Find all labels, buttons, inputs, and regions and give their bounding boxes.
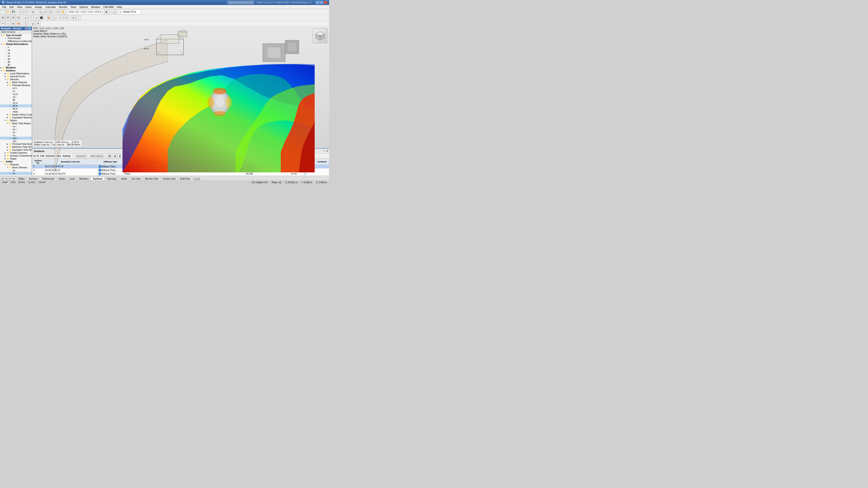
res-color-btn[interactable]: 🎨 <box>16 21 21 26</box>
nav-taumax[interactable]: ○ τmax <box>0 110 32 113</box>
nav-stresses[interactable]: ▼ 📁 Stresses <box>0 78 32 81</box>
maximize-button[interactable]: □ <box>320 1 323 4</box>
tab-nav-last[interactable]: ▶| <box>12 177 16 180</box>
search-box[interactable]: Type a keyword (Alt+Q) <box>227 1 254 4</box>
global-xyz-dropdown[interactable]: 1 - Global XYZ ▾ <box>119 10 141 14</box>
bottom-tab-member-sets[interactable]: Member Sets <box>143 177 160 180</box>
zoom-in[interactable]: 🔍 <box>38 9 43 14</box>
load-case-dropdown[interactable]: CO2: LC1 + LC2 + LC3 + LC4 ▾ <box>68 10 102 14</box>
nav-cube[interactable]: XYZ <box>313 29 327 43</box>
table-row[interactable]: 4 4-9,26,68,37-58,270 Without Thick... P… <box>32 172 329 175</box>
menu-view[interactable]: View <box>16 5 24 8</box>
zoom-out[interactable]: 🔎 <box>43 9 48 14</box>
max-values-btn[interactable]: ▲ <box>31 21 35 26</box>
calculate-btn[interactable]: ▶ <box>104 9 109 14</box>
grid-btn[interactable]: ⋮ <box>76 15 81 20</box>
nav-solid-sy[interactable]: ⊙ σy <box>0 172 32 175</box>
bottom-tab-nodes[interactable]: Nodes <box>57 177 67 180</box>
nav-solids[interactable]: ▼ 📁 Solids <box>0 160 32 163</box>
view-yz-btn[interactable]: YZ <box>16 15 21 20</box>
close-button[interactable]: ✕ <box>324 1 327 4</box>
nav-sigma1n[interactable]: ○ σ1,- <box>0 96 32 98</box>
open-button[interactable]: 📂 <box>6 9 11 14</box>
nav-phix[interactable]: ○ φx <box>0 57 32 60</box>
tab-nav-first[interactable]: |◀ <box>0 177 4 180</box>
nav-theta2m[interactable]: ○ θ2,m <box>0 107 32 110</box>
new-button[interactable]: 📄 <box>0 9 5 14</box>
bottom-tab-solids[interactable]: Solids <box>119 177 129 180</box>
bottom-tab-lines[interactable]: Lines <box>68 177 77 180</box>
nav-phiy[interactable]: ○ φy <box>0 60 32 63</box>
nav-differences[interactable]: ○ Differences to initial state <box>0 40 32 43</box>
display-solids-btn[interactable]: ⬛ <box>39 15 44 20</box>
display-lines-btn[interactable]: ╱ <box>29 15 33 20</box>
pan-btn[interactable]: ✋ <box>61 9 66 14</box>
nav-sigmap[interactable]: ○ σ+ <box>0 90 32 93</box>
nav-solid-sx[interactable]: ○ σx <box>0 169 32 172</box>
osnap-indicator[interactable]: OSNAP <box>37 181 47 184</box>
zoom-fit[interactable]: ⊡ <box>48 9 53 14</box>
nav-ux[interactable]: ○ ux <box>0 48 32 52</box>
res-stress-btn[interactable]: ◈ <box>11 21 16 26</box>
results-close-icon[interactable]: ✕ <box>327 150 328 152</box>
menu-options[interactable]: Options <box>78 5 89 8</box>
undo-button[interactable]: ↩ <box>18 9 23 14</box>
menu-tools[interactable]: Tools <box>69 5 78 8</box>
nav-shape[interactable]: ▶ 📁 Shape <box>0 157 32 160</box>
nav-u[interactable]: ○ u <box>0 46 32 48</box>
bottom-tab-members[interactable]: Members <box>77 177 91 180</box>
bottom-tab-openings[interactable]: Openings <box>105 177 119 180</box>
nav-sigma1m2[interactable]: ○ σ1,m <box>0 101 32 104</box>
nav-solids-stresses[interactable]: ▼ 📁 Stresses <box>0 163 32 166</box>
menu-cad-bim[interactable]: CAD-BIM <box>102 5 115 8</box>
nav-members[interactable]: ▶ 📁 Members <box>0 66 32 69</box>
nav-internal-forces[interactable]: ▶ 📁 Internal Forces <box>0 75 32 78</box>
nav-pin-button[interactable]: 📌 <box>25 27 28 30</box>
nav-local-deformations[interactable]: ▶ 📁 Local Deformations <box>0 72 32 75</box>
display-nodes-btn[interactable]: ● <box>23 15 28 20</box>
nav-uz[interactable]: ○ uz <box>0 55 32 57</box>
rotate-btn[interactable]: ↻ <box>55 9 60 14</box>
menu-file[interactable]: File <box>1 5 8 8</box>
nav-basic-stresses[interactable]: ▶ 📁 Basic Stresses <box>0 81 32 84</box>
menu-window[interactable]: Window <box>90 5 101 8</box>
grid-indicator[interactable]: GRID <box>9 181 17 184</box>
nav-elastic-stress[interactable]: ▶ 📁 Elastic Stress Components <box>0 113 32 116</box>
menu-edit[interactable]: Edit <box>8 5 15 8</box>
wireframe-btn[interactable]: ⬚ <box>51 15 56 20</box>
res-forces-btn[interactable]: ↕ <box>6 21 11 26</box>
nav-eps-xp[interactable]: ○ εx,+ <box>0 125 32 128</box>
nav-max-total-strains[interactable]: ▶ 📁 Maximum Total Strains <box>0 145 32 149</box>
min-values-btn[interactable]: ▼ <box>36 21 41 26</box>
nav-uy[interactable]: ○ uy <box>0 52 32 55</box>
res-deform-btn[interactable]: 〜 <box>0 21 5 26</box>
menu-help[interactable]: Help <box>116 5 123 8</box>
save-button[interactable]: 💾 <box>11 9 16 14</box>
nav-eps-yn[interactable]: ○ εy,- <box>0 134 32 137</box>
glines-indicator[interactable]: GLINES <box>27 181 37 184</box>
view-xz-btn[interactable]: XZ <box>11 15 16 20</box>
results-minimize-icon[interactable]: ─ <box>324 150 326 152</box>
minimize-button[interactable]: ─ <box>315 1 319 4</box>
menu-assign[interactable]: Assign <box>33 5 43 8</box>
results-btn[interactable]: 📊 <box>112 9 116 14</box>
legend-btn[interactable]: 📋 <box>23 21 28 26</box>
nav-gamma-xyn[interactable]: ○ γxy,- <box>0 140 32 142</box>
redo-button[interactable]: ↪ <box>23 9 28 14</box>
nav-final-results[interactable]: ⊙ Final Results <box>0 37 32 40</box>
deselect-btn[interactable]: ✕ <box>64 15 69 20</box>
tab-nav-next[interactable]: ▶ <box>8 177 12 180</box>
nav-isotropic-char[interactable]: ▶ 📁 Isotropic Characteristics <box>0 154 32 157</box>
nav-sigma1m[interactable]: ○ σ1,m <box>0 93 32 96</box>
nav-sigma2p[interactable]: ○ σ2,+ <box>0 87 32 90</box>
nav-principal-total-strains[interactable]: ▶ 📁 Principal Total Strains <box>0 142 32 145</box>
bottom-tab-sections[interactable]: Sections <box>27 177 39 180</box>
bottom-tab-tables[interactable]: Tables <box>16 177 27 180</box>
bottom-tab-thicknesses[interactable]: Thicknesses <box>40 177 57 180</box>
bottom-tab-solid-sets[interactable]: Solid Sets <box>178 177 192 180</box>
bottom-tab-surface-sets[interactable]: Surface Sets <box>161 177 178 180</box>
nav-equiv-stresses[interactable]: ▶ 📁 Equivalent Stresses <box>0 116 32 119</box>
nav-thetab[interactable]: ○ θb <box>0 98 32 101</box>
nav-global-deformations[interactable]: ▼ 📁 Global Deformations <box>0 43 32 46</box>
nav-phiz[interactable]: ○ φz <box>0 63 32 66</box>
